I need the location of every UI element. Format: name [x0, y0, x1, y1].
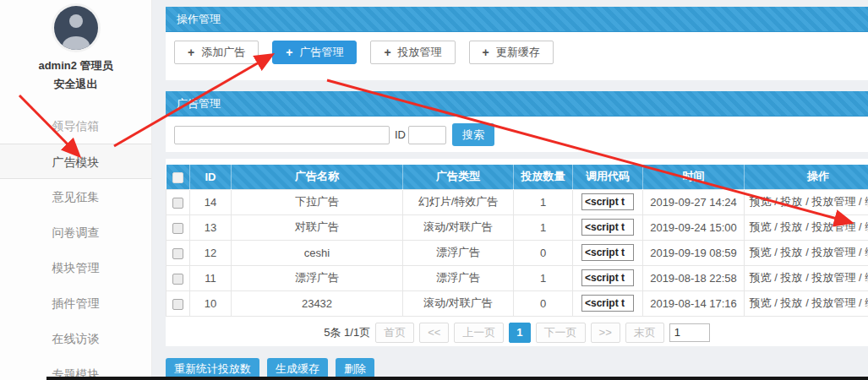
embed-code-input[interactable]	[581, 295, 634, 312]
cell-id: 12	[190, 240, 232, 265]
col-header-time: 时间	[643, 165, 745, 189]
cell-time: 2019-09-24 15:00	[643, 214, 745, 240]
col-header-actions: 操作	[745, 165, 868, 189]
ad-management-panel-title: 广告管理	[166, 91, 868, 117]
row-checkbox[interactable]	[172, 223, 183, 234]
cell-time: 2019-08-18 22:58	[643, 265, 745, 290]
col-header-name: 广告名称	[232, 165, 403, 189]
cell-count: 1	[514, 214, 573, 240]
delivery-management-button[interactable]: + 投放管理	[370, 41, 455, 64]
cell-type: 滚动/对联广告	[403, 214, 514, 240]
cell-type: 幻灯片/特效广告	[403, 189, 514, 214]
ad-table-panel: ID 广告名称 广告类型 投放数量 调用代码 时间 操作 14 下拉广告 幻灯	[166, 159, 868, 346]
fast-prev-button[interactable]: <<	[419, 323, 449, 343]
cell-count: 1	[514, 265, 573, 290]
col-header-id: ID	[190, 165, 232, 189]
embed-code-input[interactable]	[581, 244, 634, 261]
plus-icon: +	[286, 46, 292, 58]
sidebar-item-module-management[interactable]: 模块管理	[0, 250, 151, 285]
col-header-code: 调用代码	[573, 165, 643, 189]
cell-type: 滚动/对联广告	[403, 290, 514, 316]
ad-table: ID 广告名称 广告类型 投放数量 调用代码 时间 操作 14 下拉广告 幻灯	[166, 165, 868, 317]
sidebar-item-online-interview[interactable]: 在线访谈	[0, 321, 151, 356]
sidebar-item-leader-mailbox[interactable]: 领导信箱	[0, 108, 151, 144]
col-header-type: 广告类型	[403, 165, 514, 189]
current-page-button[interactable]: 1	[509, 323, 530, 343]
cell-id: 11	[190, 265, 232, 290]
operations-panel-title: 操作管理	[166, 7, 868, 32]
plus-icon: +	[483, 46, 489, 58]
table-row: 11 漂浮广告 漂浮广告 1 2019-08-18 22:58 预览 / 投放 …	[167, 265, 868, 290]
row-action-links[interactable]: 预览 / 投放 / 投放管理 / 编辑	[750, 296, 868, 309]
cell-name: 23432	[232, 290, 403, 316]
cell-id: 13	[190, 214, 232, 240]
sidebar-item-plugin-management[interactable]: 插件管理	[0, 285, 151, 321]
embed-code-input[interactable]	[581, 269, 634, 286]
sidebar-menu: 领导信箱 广告模块 意见征集 问卷调查 模块管理 插件管理 在线访谈 专题模块	[0, 108, 151, 380]
cell-id: 10	[190, 290, 232, 316]
cell-name: ceshi	[232, 240, 403, 265]
add-ad-button[interactable]: + 添加广告	[174, 41, 259, 64]
row-checkbox[interactable]	[172, 248, 183, 259]
operations-panel: 操作管理 + 添加广告 + 广告管理 + 投放管理 + 更新缓存	[166, 7, 868, 80]
row-action-links[interactable]: 预览 / 投放 / 投放管理 / 编辑	[750, 246, 868, 258]
id-search-input[interactable]	[408, 126, 446, 144]
embed-code-input[interactable]	[581, 193, 634, 210]
sidebar: admin2 管理员 安全退出 领导信箱 广告模块 意见征集 问卷调查 模块管理…	[0, 0, 152, 380]
row-action-links[interactable]: 预览 / 投放 / 投放管理 / 编辑	[750, 220, 868, 233]
ad-management-button[interactable]: + 广告管理	[272, 41, 357, 64]
pagination: 5条 1/1页 首页 << 上一页 1 下一页 >> 末页	[166, 321, 868, 345]
embed-code-input[interactable]	[581, 219, 634, 236]
cell-name: 对联广告	[232, 214, 403, 240]
sidebar-item-ad-module[interactable]: 广告模块	[0, 144, 151, 179]
user-avatar-icon	[54, 6, 98, 50]
fast-next-button[interactable]: >>	[591, 323, 620, 343]
main-content: 操作管理 + 添加广告 + 广告管理 + 投放管理 + 更新缓存 广告管理	[166, 0, 868, 380]
cell-time: 2019-08-14 17:16	[643, 290, 745, 316]
table-row: 13 对联广告 滚动/对联广告 1 2019-09-24 15:00 预览 / …	[167, 214, 868, 240]
plus-icon: +	[384, 46, 390, 58]
refresh-cache-button[interactable]: + 更新缓存	[469, 41, 554, 64]
row-checkbox[interactable]	[172, 198, 183, 209]
table-row: 12 ceshi 漂浮广告 0 2019-09-19 08:59 预览 / 投放…	[167, 240, 868, 265]
row-action-links[interactable]: 预览 / 投放 / 投放管理 / 编辑	[750, 271, 868, 284]
pagination-summary: 5条 1/1页	[324, 325, 370, 340]
row-action-links[interactable]: 预览 / 投放 / 投放管理 / 编辑	[750, 195, 868, 208]
sidebar-item-questionnaire[interactable]: 问卷调查	[0, 214, 151, 250]
plus-icon: +	[188, 46, 194, 58]
table-row: 14 下拉广告 幻灯片/特效广告 1 2019-09-27 14:24 预览 /…	[167, 189, 868, 214]
search-button[interactable]: 搜索	[452, 123, 494, 146]
sidebar-item-opinion-collection[interactable]: 意见征集	[0, 179, 151, 214]
cell-name: 漂浮广告	[232, 265, 403, 290]
first-page-button[interactable]: 首页	[375, 323, 414, 343]
cell-count: 0	[514, 240, 573, 265]
cell-time: 2019-09-19 08:59	[643, 240, 745, 265]
table-row: 10 23432 滚动/对联广告 0 2019-08-14 17:16 预览 /…	[167, 290, 868, 316]
page-number-input[interactable]	[669, 323, 710, 342]
cell-type: 漂浮广告	[403, 265, 514, 290]
row-checkbox[interactable]	[172, 274, 183, 285]
cell-count: 0	[514, 290, 573, 316]
keyword-search-input[interactable]	[174, 126, 390, 144]
logout-link[interactable]: 安全退出	[0, 77, 151, 92]
last-page-button[interactable]: 末页	[625, 323, 664, 343]
ad-management-panel: 广告管理 ID 搜索	[166, 91, 868, 152]
cell-time: 2019-09-27 14:24	[643, 189, 745, 214]
cell-id: 14	[190, 189, 232, 214]
table-header-row: ID 广告名称 广告类型 投放数量 调用代码 时间 操作	[167, 165, 868, 189]
prev-page-button[interactable]: 上一页	[454, 323, 504, 343]
row-checkbox[interactable]	[172, 299, 183, 310]
cell-name: 下拉广告	[232, 189, 403, 214]
col-header-count: 投放数量	[514, 165, 573, 189]
select-all-checkbox[interactable]	[172, 172, 183, 183]
id-label: ID	[395, 128, 406, 141]
cell-count: 1	[514, 189, 573, 214]
window-bottom-edge	[46, 377, 868, 380]
next-page-button[interactable]: 下一页	[536, 323, 586, 343]
cell-type: 漂浮广告	[403, 240, 514, 265]
user-name: admin2 管理员	[0, 58, 151, 73]
